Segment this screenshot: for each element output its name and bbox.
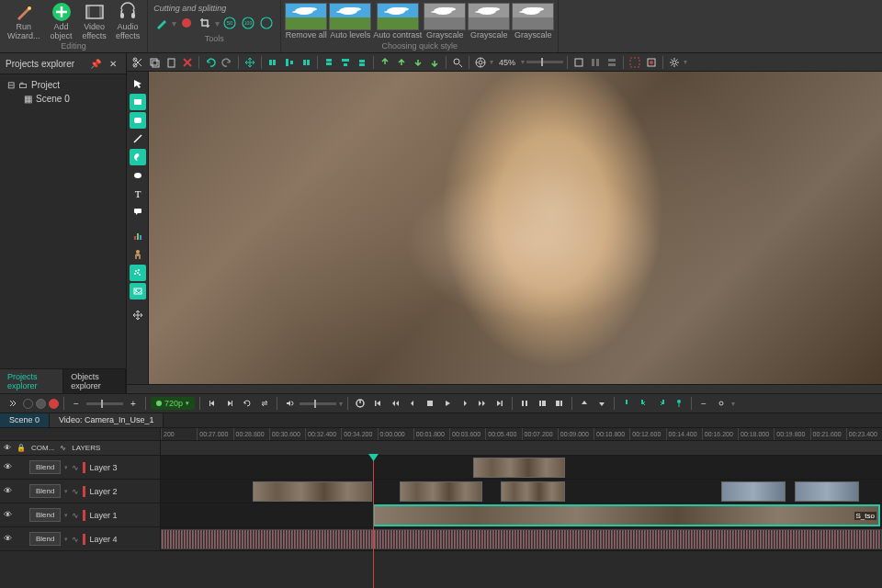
- style-thumb-4[interactable]: [468, 3, 510, 30]
- goto-start-button[interactable]: [370, 396, 385, 411]
- chevron-down-icon[interactable]: ▾: [64, 536, 68, 543]
- step-forward-button[interactable]: [458, 396, 472, 411]
- style-thumb-2[interactable]: [377, 3, 419, 30]
- brush-tool-button[interactable]: [153, 15, 170, 31]
- copy-button[interactable]: [147, 55, 162, 70]
- marker-go-button[interactable]: [672, 396, 686, 411]
- preview-canvas[interactable]: [149, 72, 882, 384]
- run-wizard-button[interactable]: Run Wizard...: [4, 0, 44, 42]
- tab-projects-explorer[interactable]: Projects explorer: [0, 369, 63, 393]
- track-visibility-toggle[interactable]: 👁: [4, 486, 15, 497]
- resolution-badge[interactable]: 720p ▾: [151, 397, 195, 410]
- paste-button[interactable]: [164, 55, 178, 70]
- timeline-zoom-out[interactable]: −: [69, 396, 84, 411]
- shape-tool[interactable]: [130, 149, 146, 165]
- add-object-button[interactable]: Add object: [46, 0, 77, 42]
- cut-button[interactable]: [130, 55, 145, 70]
- pin-icon[interactable]: 📌: [88, 56, 103, 71]
- split2-button[interactable]: [552, 396, 567, 411]
- settings2-button[interactable]: [714, 396, 729, 411]
- grid2-button[interactable]: [588, 55, 603, 70]
- marker-right-button[interactable]: [654, 396, 669, 411]
- undo-button[interactable]: [203, 55, 218, 70]
- track-content[interactable]: [161, 527, 882, 550]
- duration-custom-button[interactable]: [258, 15, 275, 31]
- track-visibility-toggle[interactable]: 👁: [4, 534, 15, 545]
- record-button[interactable]: [49, 399, 59, 409]
- video-effects-button[interactable]: Video effects: [79, 0, 110, 42]
- clip[interactable]: S_tso: [374, 505, 879, 526]
- line-tool[interactable]: [130, 130, 146, 147]
- timeline-tab-video[interactable]: Video: Camera_In_Use_1: [50, 413, 164, 427]
- minimize-button[interactable]: −: [696, 396, 711, 411]
- volume-button[interactable]: [282, 396, 297, 411]
- track-content[interactable]: [161, 480, 882, 503]
- delete-button[interactable]: [180, 55, 195, 70]
- prev-frame-button[interactable]: [205, 396, 220, 411]
- timeline-zoom-in[interactable]: +: [126, 396, 141, 411]
- down-button[interactable]: [594, 396, 609, 411]
- split-button[interactable]: [535, 396, 549, 411]
- chevron-down-icon[interactable]: ▾: [64, 464, 68, 471]
- loop-button[interactable]: [240, 396, 254, 411]
- move-button[interactable]: [243, 55, 257, 70]
- grid-button[interactable]: [571, 55, 586, 70]
- clip[interactable]: [795, 481, 859, 502]
- person-tool[interactable]: [130, 246, 146, 263]
- pause-button[interactable]: [517, 396, 532, 411]
- ellipse-tool[interactable]: [130, 167, 146, 184]
- track-content[interactable]: S_tso: [161, 503, 882, 526]
- send-backward-button[interactable]: [411, 55, 425, 70]
- spray-tool[interactable]: [130, 265, 146, 281]
- clip[interactable]: [721, 481, 786, 502]
- zoom-slider[interactable]: [526, 61, 563, 63]
- fast-forward-button[interactable]: [475, 396, 490, 411]
- clip[interactable]: [473, 458, 565, 478]
- clip[interactable]: [400, 481, 482, 502]
- expand-button[interactable]: [6, 396, 20, 411]
- timeline-ruler[interactable]: 20000:27.00000:28.80000:30.60000:32.4000…: [0, 428, 882, 441]
- settings-button[interactable]: [667, 55, 682, 70]
- audio-effects-button[interactable]: Audio effects: [112, 0, 143, 42]
- step-back-button[interactable]: [405, 396, 420, 411]
- clip[interactable]: [253, 481, 372, 502]
- marker-dot-2[interactable]: [36, 399, 46, 409]
- duration-50-button[interactable]: 50: [221, 15, 238, 31]
- rect-tool[interactable]: [130, 94, 146, 110]
- pointer-tool[interactable]: [130, 75, 146, 92]
- tooltip-tool[interactable]: [130, 204, 146, 220]
- volume-slider[interactable]: [300, 402, 336, 405]
- style-thumb-1[interactable]: [329, 3, 371, 30]
- goto-end-button[interactable]: [492, 396, 507, 411]
- track-visibility-toggle[interactable]: 👁: [4, 462, 15, 473]
- eye-icon[interactable]: 👁: [4, 444, 11, 452]
- clip[interactable]: [161, 529, 882, 549]
- up-button[interactable]: [577, 396, 592, 411]
- bring-forward-button[interactable]: [394, 55, 409, 70]
- align-top-button[interactable]: [322, 55, 336, 70]
- blend-mode-button[interactable]: Blend: [29, 484, 61, 498]
- project-root[interactable]: ⊟ 🗀 Project: [4, 78, 122, 92]
- clip[interactable]: [501, 481, 565, 502]
- stop-button[interactable]: [423, 396, 437, 411]
- marker-button[interactable]: [619, 396, 634, 411]
- zoom-fit-button[interactable]: [450, 55, 465, 70]
- bring-front-button[interactable]: [378, 55, 392, 70]
- send-back-button[interactable]: [427, 55, 442, 70]
- chevron-down-icon[interactable]: ▾: [64, 512, 68, 519]
- blend-mode-button[interactable]: Blend: [29, 532, 61, 546]
- marker-tool-button[interactable]: [178, 15, 195, 31]
- timeline-zoom-slider[interactable]: [86, 402, 123, 405]
- style-thumb-0[interactable]: [285, 3, 327, 30]
- repeat-button[interactable]: [257, 396, 272, 411]
- chart-tool[interactable]: [130, 228, 146, 244]
- close-icon[interactable]: ✕: [106, 56, 120, 71]
- align-center-h-button[interactable]: [282, 55, 297, 70]
- grid3-button[interactable]: [605, 55, 619, 70]
- power-button[interactable]: [353, 396, 368, 411]
- style-thumb-5[interactable]: [512, 3, 554, 30]
- move-canvas-tool[interactable]: [130, 307, 146, 323]
- rounded-rect-tool[interactable]: [130, 112, 146, 129]
- blend-mode-button[interactable]: Blend: [29, 460, 61, 474]
- align-bottom-button[interactable]: [355, 55, 369, 70]
